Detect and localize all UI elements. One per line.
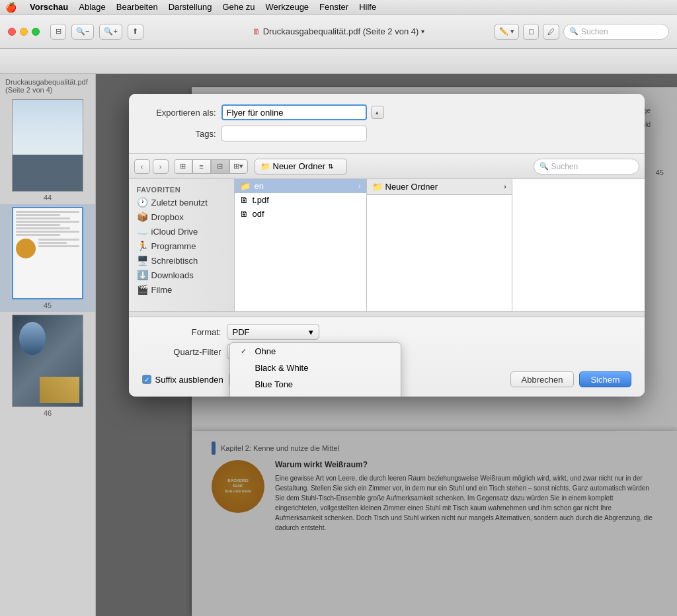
fav-item-icloud[interactable]: ☁️ iCloud Drive	[129, 224, 234, 239]
scrollbar[interactable]	[129, 311, 645, 317]
thumb-number-44: 44	[44, 194, 52, 202]
dropbox-icon: 📦	[137, 212, 147, 222]
pdf-icon: 🗎	[240, 209, 249, 219]
menu-vorschau[interactable]: Vorschau	[30, 2, 68, 12]
search-icon: 🔍	[569, 27, 578, 36]
format-row: Format: PDF ▾	[129, 317, 645, 344]
list-view-button[interactable]: ≡	[192, 159, 211, 174]
preview-window: ⊟ 🔍− 🔍+ ⬆ 🗎 Druckausgabequalität.pdf (Se…	[0, 15, 677, 616]
file-item-1[interactable]: 📁 en ›	[235, 179, 366, 193]
favorites-sidebar: Favoriten 🕐 Zuletzt benutzt 📦 Dropbox	[129, 179, 235, 311]
menu-darstellung[interactable]: Darstellung	[169, 2, 212, 12]
folder-icon: 📁	[240, 181, 251, 191]
fav-item-downloads[interactable]: ⬇️ Downloads	[129, 268, 234, 282]
column-view-button[interactable]: ⊟	[211, 159, 229, 174]
expand-button[interactable]: ▴	[371, 106, 384, 119]
check-icon: ✓	[241, 347, 250, 356]
dropdown-item-blue[interactable]: Blue Tone	[230, 376, 401, 393]
fav-item-dropbox[interactable]: 📦 Dropbox	[129, 210, 234, 224]
sign-button[interactable]: 🖊	[543, 24, 559, 40]
folder-selector[interactable]: 📁 Neuer Ordner ⇅	[255, 159, 347, 174]
menu-hilfe[interactable]: Hilfe	[359, 2, 376, 12]
zoom-out-button[interactable]: 🔍−	[71, 24, 94, 40]
thumbnail-45[interactable]: 45	[0, 204, 95, 312]
dialog-bottom: Format: PDF ▾ Quartz-Filter Ohne ▾	[129, 317, 645, 397]
file-item-t-pdf[interactable]: 🗎 t.pdf	[235, 193, 366, 207]
folder-icon: 📁	[260, 162, 270, 171]
dropdown-item-bw[interactable]: Black & White	[230, 360, 401, 376]
thumb-number-46: 46	[44, 409, 52, 417]
back-icon: ‹	[141, 163, 143, 171]
fav-item-programme[interactable]: 🏃 Programme	[129, 239, 234, 253]
forward-button[interactable]: ›	[153, 159, 169, 174]
apple-menu[interactable]: 🍎	[5, 2, 17, 13]
browser-search[interactable]: 🔍 Suchen	[534, 159, 639, 174]
window-title-text: Druckausgabequalität.pdf (Seite 2 von 4)	[263, 26, 419, 36]
thumbnail-44[interactable]: 44	[0, 96, 95, 204]
zoom-in-button[interactable]: 🔍+	[99, 24, 122, 40]
menu-ablage[interactable]: Ablage	[79, 2, 105, 12]
dropdown-item-pdfx[interactable]: Create Generic PDFX-3 Document	[230, 393, 401, 397]
folder-name: Neuer Ordner	[273, 161, 325, 171]
menu-bearbeiten[interactable]: Bearbeiten	[116, 2, 158, 12]
thumbnail-46[interactable]: 46	[0, 312, 95, 420]
fav-label-desktop: Schreibtisch	[151, 256, 198, 266]
zoom-out-icon: 🔍−	[76, 27, 89, 36]
file-column-2: 📁 Neuer Ordner ›	[367, 179, 512, 311]
format-label: Format:	[142, 327, 221, 337]
fullscreen-button[interactable]	[32, 28, 40, 36]
quartz-filter-label: Quartz-Filter	[142, 347, 221, 357]
markup-button[interactable]: ◻	[523, 24, 539, 40]
filename-input[interactable]	[221, 104, 367, 120]
fav-item-filme[interactable]: 🎬 Filme	[129, 282, 234, 297]
file-label-t-pdf: t.pdf	[253, 195, 269, 205]
share-button[interactable]: ⬆	[128, 24, 143, 40]
close-button[interactable]	[8, 28, 16, 36]
thumb-number-45: 45	[44, 301, 52, 309]
traffic-lights	[8, 28, 40, 36]
chevron-right-icon: ›	[358, 182, 360, 190]
file-item-pdf[interactable]: 🗎 odf	[235, 207, 366, 221]
pdf-icon: 🗎	[240, 195, 249, 205]
chevron-updown-icon: ⇅	[328, 163, 333, 170]
fav-item-desktop[interactable]: 🖥️ Schreibtisch	[129, 253, 234, 268]
icon-view-button[interactable]: ⊞	[174, 159, 192, 174]
pdf-icon: 🗎	[253, 27, 260, 36]
menubar: 🍎 Vorschau Ablage Bearbeiten Darstellung…	[0, 0, 677, 15]
thumb-img-44	[12, 99, 83, 192]
panel-label: Druckausgabequalität.pdf (Seite 2 von 4)	[0, 74, 95, 96]
save-button[interactable]: Sichern	[579, 371, 631, 387]
dialog-overlay: Exportieren als: ▴ Tags:	[96, 74, 677, 616]
menu-gehe-zu[interactable]: Gehe zu	[222, 2, 255, 12]
sidebar-icon: ⊟	[56, 27, 61, 36]
quartz-filter-dropdown: ✓ Ohne Black & White Blue Tone	[229, 342, 401, 397]
tags-row: Tags:	[142, 126, 631, 141]
chevron-down-icon: ▾	[309, 327, 313, 337]
downloads-icon: ⬇️	[137, 270, 147, 280]
format-select[interactable]: PDF ▾	[227, 324, 319, 340]
file-label-en: en	[255, 181, 264, 191]
pencil-button[interactable]: ✏️ ▾	[495, 24, 519, 40]
chevron-down-icon: ▾	[421, 28, 424, 35]
back-button[interactable]: ‹	[134, 159, 150, 174]
gallery-view-button[interactable]: ⊞▾	[229, 159, 248, 174]
menu-werkzeuge[interactable]: Werkzeuge	[266, 2, 309, 12]
sidebar-toggle-button[interactable]: ⊟	[50, 24, 66, 40]
dropdown-item-ohne[interactable]: ✓ Ohne	[230, 343, 401, 360]
filename-row: Exportieren als: ▴	[142, 104, 631, 120]
fav-label-programme: Programme	[151, 241, 196, 251]
toolbar-right: ✏️ ▾ ◻ 🖊 🔍 Suchen	[495, 24, 669, 40]
cancel-button[interactable]: Abbrechen	[510, 371, 575, 387]
tags-input[interactable]	[221, 126, 367, 141]
save-dialog: Exportieren als: ▴ Tags:	[129, 94, 645, 397]
zoom-in-icon: 🔍+	[104, 27, 117, 36]
menu-fenster[interactable]: Fenster	[319, 2, 348, 12]
search-box[interactable]: 🔍 Suchen	[563, 24, 669, 40]
clock-icon: 🕐	[137, 197, 147, 208]
file-browser: ‹ › ⊞ ≡ ⊟ ⊞▾ �	[129, 153, 645, 317]
secondary-toolbar	[0, 49, 677, 74]
minimize-button[interactable]	[20, 28, 28, 36]
icloud-icon: ☁️	[137, 226, 147, 237]
suffix-checkbox[interactable]: ✓	[142, 375, 151, 384]
fav-item-recent[interactable]: 🕐 Zuletzt benutzt	[129, 195, 234, 210]
